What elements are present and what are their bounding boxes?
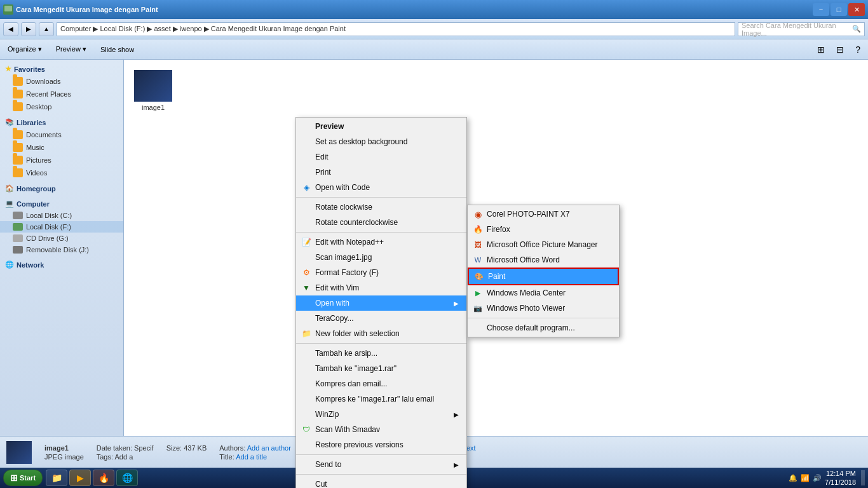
organize-button[interactable]: Organize ▾ [3,43,46,56]
taskbar-app-explorer[interactable]: 📁 [46,470,67,486]
slideshow-button[interactable]: Slide show [96,43,139,56]
homegroup-icon: 🏠 [5,184,14,193]
ctx-edit[interactable]: Edit [296,149,466,165]
drive-icon [13,212,23,219]
favorites-header[interactable]: ★ Favorites [0,63,123,75]
authors-display: Authors: Add an author [219,444,291,452]
sidebar-item-pictures[interactable]: Pictures [0,154,123,166]
search-box[interactable]: Search Cara Mengedit Ukuran Image... 🔍 [738,22,865,36]
network-label: Network [17,261,44,269]
submenu-ms-picture[interactable]: 🖼 Microsoft Office Picture Manager [468,237,619,252]
new-folder-icon: 📁 [301,329,311,339]
ctx-cut[interactable]: Cut [296,477,466,488]
file-type-display: JPEG image [44,453,84,461]
computer-header[interactable]: 💻 Computer [0,198,123,210]
edit-icon [301,152,311,162]
ctx-format-factory[interactable]: ⚙ Format Factory (F) [296,265,466,280]
homegroup-header[interactable]: 🏠 Homegroup [0,182,123,194]
ctx-edit-vim[interactable]: ▼ Edit with Vim [296,280,466,295]
status-size: Size: 437 KB [166,444,207,461]
preview-icon [301,121,311,132]
corel-icon: ◉ [473,209,483,219]
taskbar-apps: 📁 ▶ 🔥 🌐 [46,470,138,486]
format-factory-icon: ⚙ [301,268,311,278]
sidebar-item-recent-places[interactable]: Recent Places [0,88,123,100]
computer-section: 💻 Computer Local Disk (C:) Local Disk (F… [0,198,123,255]
sidebar-item-music[interactable]: Music [0,141,123,154]
up-button[interactable]: ▲ [39,22,54,36]
taskbar-app-chrome[interactable]: 🌐 [116,470,138,486]
submenu-firefox[interactable]: 🔥 Firefox [468,222,619,237]
ctx-rotate-ccw[interactable]: Rotate counterclockwise [296,215,466,230]
ctx-restore-versions[interactable]: Restore previous versions [296,437,466,452]
submenu-ms-word[interactable]: W Microsoft Office Word [468,252,619,268]
file-thumbnail [134,70,172,102]
ctx-open-with-code[interactable]: ◈ Open with Code [296,180,466,195]
sidebar-item-cd-drive[interactable]: CD Drive (G:) [0,233,123,244]
ctx-print[interactable]: Print [296,165,466,180]
ctx-send-to[interactable]: Send to ▶ [296,457,466,472]
submenu-wphoto[interactable]: 📷 Windows Photo Viewer [468,301,619,316]
pane-button[interactable]: ⊟ [832,42,848,57]
scan-icon [301,252,311,262]
ctx-set-desktop[interactable]: Set as desktop background [296,134,466,149]
window-controls[interactable]: − □ ✕ [813,3,865,16]
close-button[interactable]: ✕ [848,3,865,16]
sidebar-item-local-disk-c[interactable]: Local Disk (C:) [0,210,123,221]
rotate-ccw-icon [301,217,311,227]
address-field[interactable]: Computer ▶ Local Disk (F:) ▶ asset ▶ iwe… [57,22,735,36]
date-label: Date taken: Specif [97,444,154,452]
libraries-header[interactable]: 📚 Libraries [0,116,123,128]
submenu-paint[interactable]: 🎨 Paint [468,268,619,285]
submenu-wmc[interactable]: ▶ Windows Media Center [468,285,619,301]
back-button[interactable]: ◀ [3,22,18,36]
start-label: Start [20,474,36,482]
separator-2 [296,232,466,233]
preview-button[interactable]: Preview ▾ [51,43,91,56]
ctx-tambah-arsip[interactable]: Tambah ke arsip... [296,346,466,361]
sidebar-item-removable-disk[interactable]: Removable Disk (J:) [0,244,123,255]
help-button[interactable]: ? [851,42,865,57]
ctx-tera-copy[interactable]: TeraCopy... [296,311,466,326]
minimize-button[interactable]: − [813,3,829,16]
ctx-tambah-image-rar[interactable]: Tambah ke "image1.rar" [296,361,466,376]
rar-icon [301,363,311,374]
view-toggle-button[interactable]: ⊞ [813,42,829,57]
network-header[interactable]: 🌐 Network [0,259,123,271]
sidebar-item-documents[interactable]: Documents [0,128,123,141]
winzip-icon [301,409,311,419]
taskbar-app-firefox[interactable]: 🔥 [93,470,114,486]
ctx-new-folder[interactable]: 📁 New folder with selection [296,326,466,341]
ctx-winzip[interactable]: WinZip ▶ [296,407,466,422]
tera-copy-icon [301,313,311,323]
sidebar-item-local-disk-f[interactable]: Local Disk (F:) [0,221,123,233]
ctx-preview[interactable]: Preview [296,119,466,134]
taskbar-right: 🔔 📶 🔊 12:14 PM 7/11/2018 [789,469,865,487]
ctx-rotate-cw[interactable]: Rotate clockwise [296,200,466,215]
sidebar-item-videos[interactable]: Videos [0,166,123,179]
submenu-corel[interactable]: ◉ Corel PHOTO-PAINT X7 [468,207,619,222]
submenu-default[interactable]: Choose default program... [468,320,619,336]
taskbar-app-vlc[interactable]: ▶ [69,470,91,486]
vscode-icon: ◈ [301,182,311,193]
ctx-open-with[interactable]: Open with ▶ [296,295,466,311]
homegroup-section: 🏠 Homegroup [0,182,123,194]
videos-label: Videos [26,169,47,177]
ctx-scan-image[interactable]: Scan image1.jpg [296,250,466,265]
ctx-compress-email[interactable]: Kompres dan email... [296,376,466,391]
recent-places-label: Recent Places [26,90,71,98]
folder-icon [13,168,23,177]
notepad-icon: 📝 [301,237,311,247]
compress-email-icon [301,379,311,389]
start-button[interactable]: ⊞ Start [3,470,43,486]
forward-button[interactable]: ▶ [21,22,36,36]
ctx-scan-smadav[interactable]: 🛡 Scan With Smadav [296,422,466,437]
sidebar-item-downloads[interactable]: Downloads [0,75,123,88]
file-item-image1[interactable]: image1 [130,66,176,115]
sidebar-item-desktop[interactable]: Desktop [0,100,123,113]
ctx-edit-notepad[interactable]: 📝 Edit with Notepad++ [296,234,466,250]
show-desktop-button[interactable] [861,470,865,485]
maximize-button[interactable]: □ [831,3,847,16]
ctx-compress-rar-email[interactable]: Kompres ke "image1.rar" lalu email [296,391,466,407]
separator-5 [296,474,466,475]
